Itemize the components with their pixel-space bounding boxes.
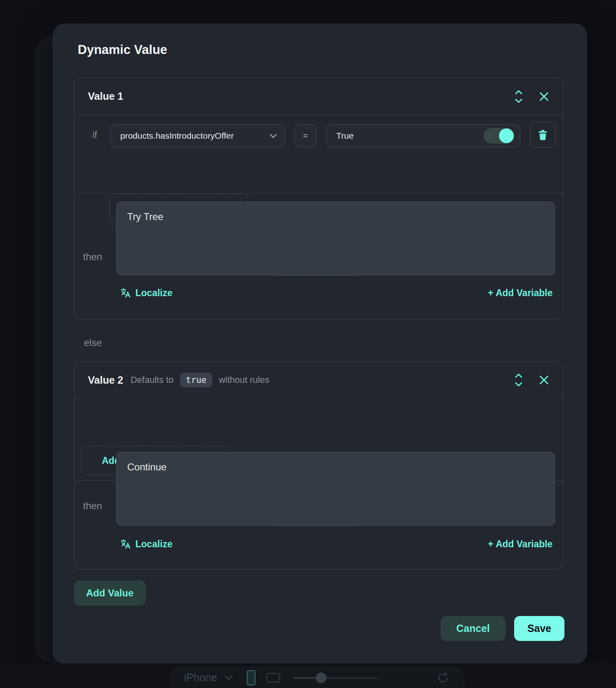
condition-field-dropdown[interactable]: products.hasIntroductoryOffer [110,124,285,147]
refresh-icon[interactable] [436,671,450,685]
cancel-button[interactable]: Cancel [441,616,506,641]
then-label: then [83,500,102,512]
slider-thumb[interactable] [316,672,326,683]
reorder-icon[interactable] [514,373,523,387]
value-2-title: Value 2 [88,374,123,386]
translate-icon [120,539,131,549]
defaults-prefix: Defaults to [130,375,173,385]
condition-field-value: products.hasIntroductoryOffer [120,131,234,141]
value-1-rules: if products.hasIntroductoryOffer = True [74,115,563,194]
value-1-panel: Value 1 if pro [74,78,563,319]
phone-portrait-icon[interactable] [247,670,256,686]
then-value-wrap: Continue [116,452,555,526]
phone-landscape-icon[interactable] [266,673,280,683]
localize-label: Localize [135,288,173,299]
screen: Dynamic Value Value 1 [0,0,616,688]
value-2-meta-row: Localize + Add Variable [74,534,563,554]
localize-button[interactable]: Localize [120,288,173,299]
resize-handle[interactable] [279,525,354,526]
trash-icon [537,129,548,141]
defaults-note: Defaults to true without rules [130,373,269,387]
value-1-title: Value 1 [88,90,123,102]
else-label: else [84,337,102,348]
condition-value-text: True [336,131,353,141]
reorder-icon[interactable] [514,89,523,104]
then-value-wrap: Try Tree [116,202,555,275]
add-variable-button[interactable]: + Add Variable [488,288,553,299]
value-2-header: Value 2 Defaults to true without rules [74,362,563,398]
operator-box[interactable]: = [295,124,316,147]
defaults-suffix: without rules [219,375,270,385]
operator-value: = [303,131,308,141]
then-value-input[interactable]: Continue [116,452,555,526]
chevron-down-icon [225,675,233,680]
then-label: then [83,251,102,263]
localize-label: Localize [135,539,173,550]
bottom-bar: iPhone [0,663,616,688]
save-button[interactable]: Save [514,616,564,641]
device-select[interactable]: iPhone [184,671,217,684]
value-1-header: Value 1 [74,78,563,115]
add-value-button[interactable]: Add Value [74,580,146,606]
zoom-slider[interactable] [293,672,377,683]
value-2-panel: Value 2 Defaults to true without rules [74,362,563,569]
close-icon[interactable] [539,375,549,385]
then-value-input[interactable]: Try Tree [116,202,555,275]
value-1-meta-row: Localize + Add Variable [74,283,563,303]
close-icon[interactable] [539,91,549,102]
translate-icon [120,288,131,298]
dynamic-value-modal: Dynamic Value Value 1 [53,24,587,663]
resize-handle[interactable] [279,275,354,276]
page-title: Dynamic Value [78,43,167,57]
defaults-code-pill: true [180,373,212,387]
localize-button[interactable]: Localize [120,539,173,550]
add-variable-button[interactable]: + Add Variable [488,539,553,550]
device-toolbar: iPhone [170,667,464,688]
boolean-toggle[interactable] [483,128,515,144]
chevron-down-icon [270,134,277,138]
if-label: if [92,130,97,141]
toggle-knob [499,128,514,143]
condition-value-field: True [326,124,520,147]
delete-rule-button[interactable] [530,122,555,148]
